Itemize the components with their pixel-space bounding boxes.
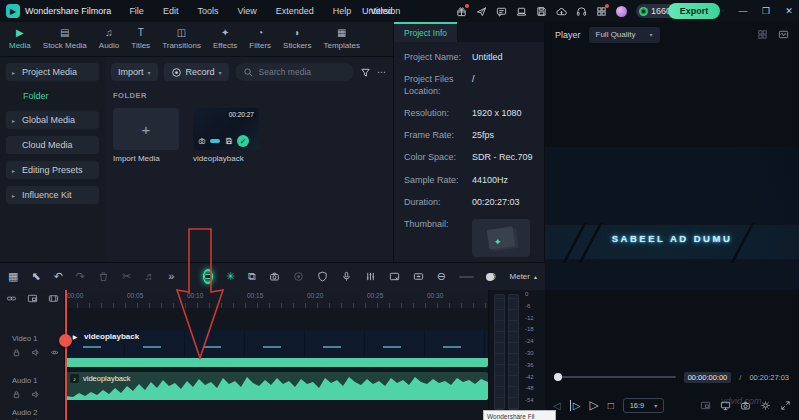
more-options-icon[interactable]: ⋯ — [377, 67, 387, 77]
tab-transitions[interactable]: ◫Transitions — [157, 26, 206, 52]
menu-extended[interactable]: Extended — [276, 6, 314, 16]
feedback-icon[interactable] — [496, 6, 507, 17]
tab-media[interactable]: ▶Media — [4, 26, 36, 52]
filter-icon[interactable] — [360, 67, 371, 78]
select-tool-icon[interactable]: ⬉ — [31, 271, 40, 282]
sidebar-item-global-media[interactable]: ▸Global Media — [6, 111, 99, 129]
more-tools-icon[interactable]: » — [168, 271, 174, 282]
previous-frame-button[interactable]: ◁ — [553, 400, 561, 411]
shield-icon[interactable] — [317, 271, 328, 282]
lock-icon[interactable] — [12, 390, 21, 399]
preview-render-icon[interactable] — [27, 293, 38, 304]
filmstrip-view-icon[interactable] — [48, 293, 59, 304]
menu-view[interactable]: View — [237, 6, 256, 16]
ai-enhance-icon[interactable]: ✳ — [226, 271, 235, 282]
zoom-out-icon[interactable]: ⊖ — [437, 271, 446, 282]
next-frame-button[interactable]: ▷ — [570, 400, 581, 411]
tab-stock-media[interactable]: ▤Stock Media — [38, 26, 92, 52]
hide-track-icon[interactable] — [50, 348, 59, 357]
timeline-zoom-slider[interactable] — [459, 276, 474, 278]
gift-icon[interactable] — [456, 6, 467, 17]
playhead-knob[interactable] — [59, 334, 72, 347]
avatar[interactable] — [616, 6, 627, 17]
scopes-icon[interactable] — [778, 29, 789, 40]
sidebar-item-influence-kit[interactable]: ▸Influence Kit — [6, 186, 99, 204]
minimize-button[interactable]: — — [733, 0, 753, 22]
speed-ramp-icon[interactable] — [203, 269, 213, 284]
current-timecode[interactable]: 00:00:00:00 — [684, 372, 732, 383]
tab-project-info[interactable]: Project Info — [394, 22, 457, 42]
menu-file[interactable]: File — [129, 6, 144, 16]
close-button[interactable]: ✕ — [779, 0, 799, 22]
lock-icon[interactable] — [12, 348, 21, 357]
play-button[interactable]: ▷ — [589, 398, 598, 412]
fit-timeline-icon[interactable] — [413, 271, 424, 282]
field-label: Resolution: — [404, 108, 466, 119]
share-icon[interactable] — [476, 6, 487, 17]
audio-mixer-icon[interactable] — [365, 271, 376, 282]
workspace-icon[interactable] — [596, 6, 607, 17]
undo-icon[interactable]: ↶ — [54, 271, 63, 282]
sidebar-item-editing-presets[interactable]: ▸Editing Presets — [6, 161, 99, 179]
zoom-slider-handle[interactable] — [486, 273, 494, 281]
search-input[interactable] — [259, 67, 346, 77]
multiview-icon[interactable] — [757, 29, 768, 40]
videoplayback-tile[interactable]: 00:20:27 ✓ videoplayback — [193, 108, 259, 163]
video-clip-audio-strip[interactable] — [65, 358, 488, 367]
tile-label: videoplayback — [193, 154, 259, 163]
delete-icon[interactable] — [98, 271, 109, 282]
sidebar-item-folder[interactable]: Folder — [6, 88, 99, 104]
timeline-ruler[interactable]: 00:00 00:05 00:10 00:15 00:20 00:25 00:3… — [65, 290, 488, 308]
tab-templates[interactable]: ▦Templates — [319, 26, 365, 52]
track-name-audio2: Audio 2 — [12, 408, 37, 417]
second-screen-icon[interactable] — [720, 400, 731, 411]
tab-effects[interactable]: ✦Effects — [208, 26, 242, 52]
meter-bar-left — [494, 294, 505, 410]
support-icon[interactable] — [576, 6, 587, 17]
maximize-button[interactable]: ❐ — [756, 0, 776, 22]
mute-icon[interactable] — [31, 348, 40, 357]
voiceover-icon[interactable] — [341, 271, 352, 282]
playhead[interactable] — [65, 290, 67, 420]
meter-toggle-button[interactable]: Meter▴ — [510, 272, 537, 281]
export-dropdown-caret[interactable]: ▾ — [716, 3, 730, 19]
tab-audio[interactable]: ♫Audio — [94, 26, 124, 52]
menu-tools[interactable]: Tools — [197, 6, 218, 16]
device-icon[interactable] — [516, 6, 527, 17]
copy-attributes-icon[interactable]: ⧉ — [248, 271, 256, 282]
audio-split-icon[interactable]: ♬ — [144, 271, 155, 282]
seek-handle[interactable] — [554, 373, 562, 381]
mark-icon[interactable] — [700, 400, 711, 411]
save-icon[interactable] — [536, 6, 547, 17]
menu-edit[interactable]: Edit — [163, 6, 179, 16]
export-button[interactable]: Export — [668, 3, 720, 19]
cloud-upload-icon[interactable] — [556, 6, 567, 17]
track-layout-icon[interactable]: ▦ — [8, 271, 18, 282]
tab-stickers[interactable]: ◗Stickers — [278, 26, 316, 52]
stock-media-icon: ▤ — [60, 28, 69, 39]
render-preview-icon[interactable] — [389, 271, 400, 282]
stop-button[interactable]: □ — [608, 400, 614, 411]
record-button[interactable]: Record▾ — [164, 63, 229, 81]
menu-help[interactable]: Help — [333, 6, 352, 16]
redo-icon[interactable]: ↷ — [76, 271, 85, 282]
tab-titles[interactable]: TTitles — [126, 26, 155, 52]
import-button[interactable]: Import▾ — [111, 63, 158, 81]
snapshot-frame-icon[interactable] — [269, 271, 280, 282]
sidebar-item-cloud-media[interactable]: Cloud Media — [6, 136, 99, 154]
screen-record-icon[interactable] — [293, 271, 304, 282]
sidebar-item-project-media[interactable]: ▸Project Media — [6, 63, 99, 81]
render-settings-icon[interactable] — [760, 400, 771, 411]
auto-ripple-link-icon[interactable] — [6, 293, 17, 304]
tab-filters[interactable]: ◔Filters — [244, 26, 276, 52]
snapshot-icon[interactable] — [740, 400, 751, 411]
project-info-panel: Project Info Project Name: Untitled Proj… — [393, 22, 545, 262]
mute-icon[interactable] — [31, 390, 40, 399]
import-media-tile[interactable]: + Import Media — [113, 108, 179, 163]
split-icon[interactable]: ✂ — [122, 271, 131, 282]
seek-bar[interactable] — [555, 376, 676, 378]
aspect-ratio-dropdown[interactable]: 16:9▾ — [623, 398, 665, 413]
video-preview[interactable]: SABEEL AD DUMU — [545, 147, 799, 290]
fullscreen-icon[interactable] — [780, 400, 791, 411]
quality-dropdown[interactable]: Full Quality▾ — [589, 27, 660, 43]
